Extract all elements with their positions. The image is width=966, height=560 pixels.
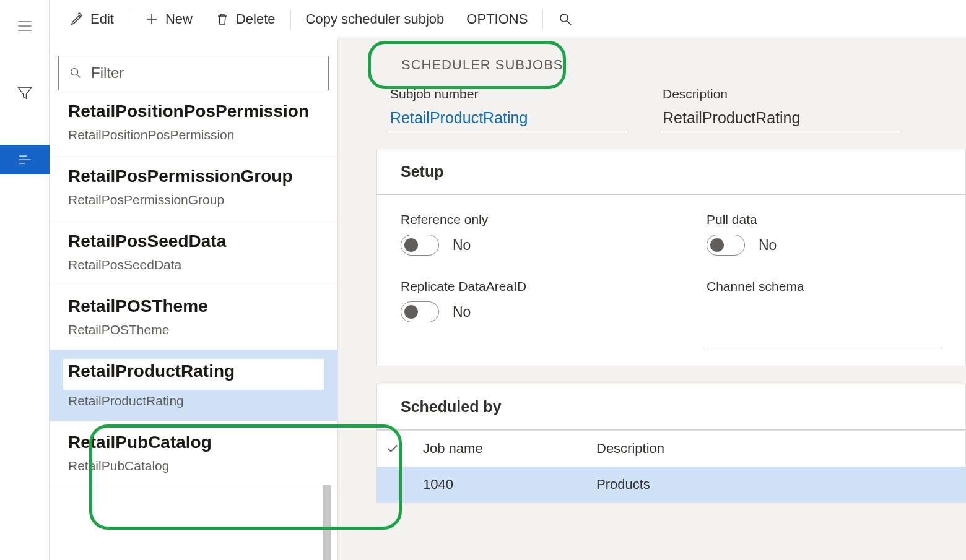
- options-button[interactable]: OPTIONS: [459, 9, 535, 30]
- subjob-number-label: Subjob number: [390, 87, 625, 101]
- page-heading: SCHEDULER SUBJOBS: [386, 47, 966, 83]
- item-title: RetailPubCatalog: [68, 433, 319, 452]
- filter-icon[interactable]: [10, 78, 40, 108]
- item-title: RetailPosSeedData: [68, 231, 319, 251]
- separator: [129, 9, 129, 29]
- channel-schema-field[interactable]: [707, 324, 942, 348]
- item-sub: RetailPubCatalog: [68, 459, 319, 473]
- pull-data-toggle[interactable]: [707, 235, 745, 256]
- cell-description: Products: [596, 476, 959, 493]
- item-title: RetailPosPermissionGroup: [68, 166, 319, 186]
- item-sub: RetailPosSeedData: [68, 257, 319, 272]
- channel-schema-label: Channel schema: [707, 279, 942, 294]
- pull-data-label: Pull data: [707, 212, 942, 227]
- toggle-text: No: [759, 237, 777, 254]
- svg-point-0: [560, 14, 568, 22]
- list-item[interactable]: RetailPosPermissionGroupRetailPosPermiss…: [50, 155, 337, 220]
- table-row[interactable]: 1040 Products: [377, 467, 965, 502]
- col-description[interactable]: Description: [596, 441, 959, 457]
- list-item[interactable]: RetailPubCatalogRetailPubCatalog: [50, 421, 337, 486]
- cell-job-name: 1040: [423, 476, 596, 493]
- list-item-selected[interactable]: RetailProductRatingRetailProductRating: [50, 350, 337, 421]
- setup-title: Setup: [377, 149, 965, 195]
- col-job-name[interactable]: Job name: [423, 441, 596, 457]
- list-item[interactable]: RetailPosSeedDataRetailPosSeedData: [50, 220, 337, 285]
- toggle-text: No: [453, 304, 471, 321]
- scheduled-by-title: Scheduled by: [377, 384, 965, 430]
- subjob-number-value[interactable]: RetailProductRating: [390, 105, 625, 131]
- list-item[interactable]: RetailPositionPosPermissionRetailPositio…: [50, 101, 337, 155]
- item-title: RetailProductRating: [68, 361, 319, 381]
- search-button[interactable]: [550, 9, 580, 29]
- detail-pane: SCHEDULER SUBJOBS Subjob number RetailPr…: [338, 38, 966, 560]
- description-value[interactable]: RetailProductRating: [663, 105, 898, 131]
- filter-input[interactable]: [91, 64, 318, 82]
- edit-label: Edit: [90, 11, 114, 27]
- item-sub: RetailPOSTheme: [68, 322, 319, 337]
- list-pane: RetailPositionPosPermissionRetailPositio…: [50, 38, 338, 560]
- replicate-dataareaid-toggle[interactable]: [401, 301, 439, 322]
- toggle-text: No: [453, 237, 471, 254]
- separator: [542, 9, 543, 29]
- reference-only-toggle[interactable]: [401, 235, 439, 256]
- reference-only-label: Reference only: [401, 212, 620, 227]
- filter-box[interactable]: [58, 56, 329, 90]
- item-sub: RetailProductRating: [68, 394, 319, 408]
- options-label: OPTIONS: [466, 11, 528, 27]
- edit-button[interactable]: Edit: [62, 9, 121, 30]
- copy-label: Copy scheduler subjob: [306, 11, 445, 27]
- replicate-dataareaid-label: Replicate DataAreaID: [401, 279, 620, 294]
- setup-panel: Setup Reference only No Pull data No: [376, 149, 966, 366]
- list-item[interactable]: RetailPOSThemeRetailPOSTheme: [50, 285, 337, 350]
- new-button[interactable]: New: [137, 9, 200, 30]
- item-title: RetailPOSTheme: [68, 296, 319, 316]
- table-header: Job name Description: [377, 431, 965, 467]
- delete-label: Delete: [236, 11, 276, 27]
- description-label: Description: [663, 87, 898, 101]
- item-sub: RetailPositionPosPermission: [68, 127, 319, 142]
- checkmark-icon[interactable]: [386, 442, 423, 455]
- item-sub: RetailPosPermissionGroup: [68, 192, 319, 207]
- search-icon: [69, 66, 82, 80]
- scheduled-by-panel: Scheduled by Job name Description 1040 P…: [376, 384, 966, 503]
- list-icon[interactable]: [0, 145, 50, 174]
- command-bar: Edit New Delete Copy scheduler subjob OP…: [50, 0, 966, 38]
- separator: [290, 9, 291, 29]
- hamburger-icon[interactable]: [10, 11, 40, 41]
- scrollbar-thumb[interactable]: [323, 485, 331, 560]
- new-label: New: [165, 11, 193, 27]
- left-rail: [0, 0, 50, 560]
- delete-button[interactable]: Delete: [207, 9, 283, 30]
- copy-subjob-button[interactable]: Copy scheduler subjob: [298, 9, 452, 30]
- item-title: RetailPositionPosPermission: [68, 101, 319, 121]
- svg-point-1: [71, 69, 78, 75]
